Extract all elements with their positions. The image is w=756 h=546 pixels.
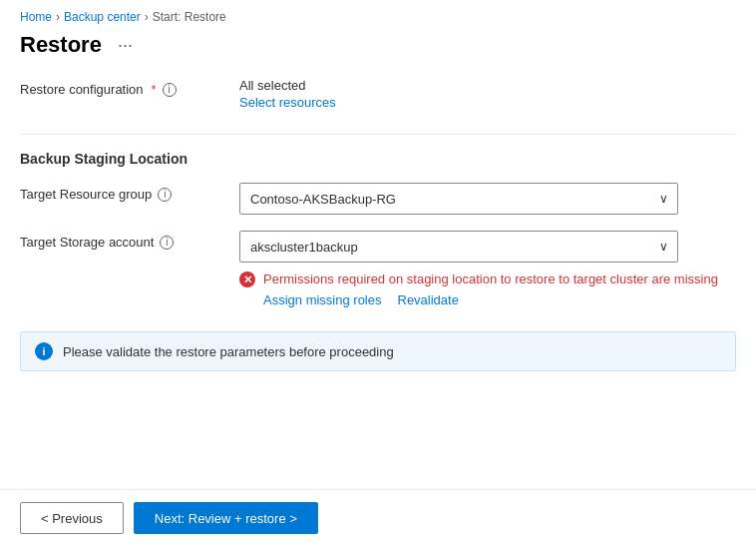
backup-staging-title: Backup Staging Location	[20, 151, 736, 167]
target-storage-account-dropdown[interactable]: akscluster1backup	[239, 231, 678, 263]
error-icon: ✕	[239, 272, 255, 287]
more-options-button[interactable]: ···	[112, 33, 139, 58]
breadcrumb: Home › Backup center › Start: Restore	[0, 0, 756, 28]
previous-button[interactable]: < Previous	[20, 502, 124, 534]
info-banner: i Please validate the restore parameters…	[20, 331, 736, 371]
restore-config-row: Restore configuration * i All selected S…	[20, 78, 736, 110]
restore-config-section: Restore configuration * i All selected S…	[20, 78, 736, 110]
breadcrumb-current: Start: Restore	[153, 10, 226, 24]
error-content: Permissions required on staging location…	[263, 271, 736, 307]
target-resource-group-dropdown[interactable]: Contoso-AKSBackup-RG	[239, 183, 678, 215]
breadcrumb-sep-1: ›	[56, 10, 60, 24]
revalidate-link[interactable]: Revalidate	[398, 292, 459, 307]
restore-config-label-text: Restore configuration	[20, 82, 144, 97]
target-storage-account-dropdown-wrapper: akscluster1backup ∨	[239, 231, 678, 263]
select-resources-link[interactable]: Select resources	[239, 95, 336, 110]
next-button[interactable]: Next: Review + restore >	[134, 502, 318, 534]
target-resource-group-label-text: Target Resource group	[20, 187, 152, 202]
target-resource-group-label: Target Resource group i	[20, 183, 239, 202]
required-indicator: *	[152, 82, 157, 97]
error-actions: Assign missing roles Revalidate	[263, 292, 736, 307]
footer: < Previous Next: Review + restore >	[0, 489, 756, 546]
restore-config-value: All selected Select resources	[239, 78, 736, 110]
restore-config-value-text: All selected	[239, 78, 736, 93]
page-header: Restore ···	[0, 28, 756, 78]
target-resource-group-value: Contoso-AKSBackup-RG ∨	[239, 183, 736, 215]
breadcrumb-sep-2: ›	[145, 10, 149, 24]
page-title: Restore	[20, 32, 102, 58]
target-resource-group-dropdown-wrapper: Contoso-AKSBackup-RG ∨	[239, 183, 678, 215]
backup-staging-section: Backup Staging Location Target Resource …	[20, 151, 736, 307]
info-banner-icon: i	[35, 342, 53, 360]
target-resource-group-row: Target Resource group i Contoso-AKSBacku…	[20, 183, 736, 215]
target-storage-account-row: Target Storage account i akscluster1back…	[20, 231, 736, 307]
target-resource-group-info-icon[interactable]: i	[158, 188, 172, 202]
target-storage-account-value: akscluster1backup ∨ ✕ Permissions requir…	[239, 231, 736, 307]
content-area: Restore configuration * i All selected S…	[0, 78, 756, 371]
restore-config-info-icon[interactable]: i	[163, 83, 177, 97]
section-divider	[20, 134, 736, 135]
restore-config-label: Restore configuration * i	[20, 78, 239, 97]
error-message-text: Permissions required on staging location…	[263, 271, 736, 288]
assign-missing-roles-link[interactable]: Assign missing roles	[263, 292, 382, 307]
target-storage-account-label: Target Storage account i	[20, 231, 239, 250]
error-block: ✕ Permissions required on staging locati…	[239, 271, 736, 307]
info-banner-text: Please validate the restore parameters b…	[63, 344, 394, 359]
breadcrumb-home[interactable]: Home	[20, 10, 52, 24]
breadcrumb-backup-center[interactable]: Backup center	[64, 10, 141, 24]
target-storage-account-label-text: Target Storage account	[20, 235, 154, 250]
target-storage-account-info-icon[interactable]: i	[160, 236, 174, 250]
